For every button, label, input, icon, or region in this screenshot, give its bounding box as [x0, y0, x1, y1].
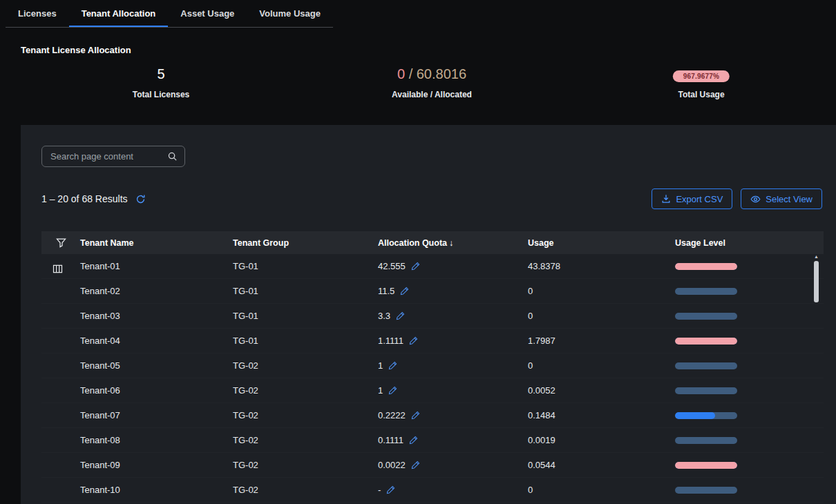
table-scrollbar[interactable]: ▲ [814, 254, 819, 504]
cell-usage: 0.0019 [522, 435, 669, 445]
table-row[interactable]: Tenant-02 TG-01 11.5 0 [41, 279, 824, 304]
cell-usage: 1.7987 [522, 336, 669, 346]
quota-value: 0.1111 [378, 435, 403, 445]
total-usage-badge: 967.9677% [673, 70, 730, 82]
table-header: Tenant Name Tenant Group Allocation Quot… [41, 231, 824, 254]
edit-quota-icon[interactable] [388, 361, 397, 370]
cell-tenant-name: Tenant-02 [75, 286, 227, 296]
export-csv-button[interactable]: Export CSV [652, 188, 732, 209]
table-row[interactable]: Tenant-07 TG-02 0.2222 0.1484 [41, 403, 824, 428]
allocated-separator: / [405, 66, 417, 81]
column-settings-icon[interactable] [53, 264, 63, 277]
cell-usage-level [669, 263, 824, 270]
cell-usage-level [669, 387, 824, 394]
table-row[interactable]: Tenant-08 TG-02 0.1111 0.0019 [41, 428, 824, 453]
available-allocated-label: Available / Allocated [392, 90, 472, 99]
cell-tenant-name: Tenant-08 [75, 435, 227, 445]
table-body: Tenant-01 TG-01 42.555 43.8378 Tenant-02… [41, 254, 824, 503]
quota-value: 1 [378, 360, 383, 371]
cell-tenant-name: Tenant-10 [75, 485, 227, 495]
table-row[interactable]: Tenant-06 TG-02 1 0.0052 [41, 378, 824, 403]
stat-total-licenses: 5 Total Licenses [133, 66, 189, 99]
edit-quota-icon[interactable] [386, 485, 395, 494]
sort-desc-icon[interactable]: ↓ [449, 238, 453, 248]
cell-tenant-group: TG-02 [227, 360, 372, 371]
edit-quota-icon[interactable] [409, 336, 418, 345]
usage-bar-track [675, 487, 737, 494]
usage-bar-track [675, 462, 737, 469]
cell-allocation-quota: - [372, 485, 522, 495]
edit-quota-icon[interactable] [396, 311, 405, 320]
edit-quota-icon[interactable] [388, 386, 397, 395]
search-icon[interactable] [167, 151, 178, 162]
cell-usage-level [669, 412, 824, 419]
usage-bar-track [675, 412, 737, 419]
eye-icon [750, 194, 761, 204]
cell-tenant-group: TG-02 [227, 385, 372, 396]
search-box[interactable] [41, 146, 185, 167]
quota-value: - [378, 485, 381, 495]
col-header-usage-level[interactable]: Usage Level [669, 238, 824, 248]
tab-tenant-allocation[interactable]: Tenant Allocation [69, 0, 169, 27]
cell-usage: 0.0052 [522, 385, 669, 396]
edit-quota-icon[interactable] [411, 411, 420, 420]
edit-quota-icon[interactable] [400, 287, 409, 295]
table-actions: Export CSV Select View [652, 188, 822, 209]
cell-tenant-group: TG-01 [227, 261, 372, 271]
tab-asset-usage[interactable]: Asset Usage [168, 0, 247, 27]
col-header-usage[interactable]: Usage [522, 238, 669, 248]
tab-volume-usage[interactable]: Volume Usage [247, 0, 333, 27]
col-header-allocation-quota[interactable]: Allocation Quota↓ [372, 238, 522, 248]
total-usage-label: Total Usage [673, 90, 730, 99]
tab-bar: LicensesTenant AllocationAsset UsageVolu… [6, 0, 333, 28]
edit-quota-icon[interactable] [411, 461, 420, 469]
cell-usage: 0.0544 [522, 460, 669, 470]
table-row[interactable]: Tenant-04 TG-01 1.1111 1.7987 [41, 329, 824, 353]
refresh-icon[interactable] [135, 194, 146, 204]
usage-bar-track [675, 362, 737, 369]
table-row[interactable]: Tenant-05 TG-02 1 0 [41, 353, 824, 378]
filter-icon[interactable] [41, 238, 75, 248]
cell-allocation-quota: 1.1111 [372, 336, 522, 346]
export-csv-label: Export CSV [676, 194, 723, 204]
table-row[interactable]: Tenant-09 TG-02 0.0022 0.0544 [41, 453, 824, 478]
cell-usage-level [669, 487, 824, 494]
table-row[interactable]: Tenant-03 TG-01 3.3 0 [41, 304, 824, 329]
search-input[interactable] [49, 151, 167, 162]
col-header-tenant-name[interactable]: Tenant Name [75, 238, 227, 248]
cell-allocation-quota: 42.555 [372, 261, 522, 271]
cell-tenant-name: Tenant-05 [75, 360, 227, 371]
cell-tenant-name: Tenant-01 [75, 261, 227, 271]
table-row[interactable]: Tenant-10 TG-02 - 0 [41, 478, 824, 503]
results-row: 1 – 20 of 68 Results Export CSV Select V… [41, 188, 822, 210]
usage-bar-fill [675, 462, 737, 469]
select-view-button[interactable]: Select View [741, 188, 822, 209]
cell-usage: 0 [522, 485, 669, 495]
cell-tenant-name: Tenant-07 [75, 410, 227, 420]
page-title: Tenant License Allocation [21, 45, 836, 55]
cell-tenant-name: Tenant-09 [75, 460, 227, 470]
edit-quota-icon[interactable] [411, 262, 420, 271]
available-allocated-value: 0 / 60.8016 [392, 66, 472, 82]
tenant-table: Tenant Name Tenant Group Allocation Quot… [41, 231, 824, 504]
col-header-tenant-group[interactable]: Tenant Group [227, 238, 372, 248]
edit-quota-icon[interactable] [409, 436, 418, 445]
cell-tenant-group: TG-02 [227, 460, 372, 470]
cell-tenant-group: TG-01 [227, 336, 372, 346]
scroll-up-icon[interactable]: ▲ [814, 254, 819, 260]
usage-bar-fill [675, 412, 715, 419]
cell-tenant-name: Tenant-04 [75, 336, 227, 346]
tab-licenses[interactable]: Licenses [6, 0, 69, 27]
cell-usage-level [669, 288, 824, 295]
scrollbar-thumb[interactable] [814, 261, 819, 302]
usage-bar-track [675, 437, 737, 444]
table-row[interactable]: Tenant-01 TG-01 42.555 43.8378 [41, 254, 824, 279]
cell-allocation-quota: 0.1111 [372, 435, 522, 445]
download-icon [661, 194, 671, 204]
tenant-allocation-panel: 1 – 20 of 68 Results Export CSV Select V… [21, 125, 836, 504]
cell-usage: 43.8378 [522, 261, 669, 271]
cell-tenant-group: TG-02 [227, 485, 372, 495]
cell-usage-level [669, 362, 824, 369]
cell-tenant-group: TG-02 [227, 435, 372, 445]
cell-allocation-quota: 3.3 [372, 311, 522, 321]
